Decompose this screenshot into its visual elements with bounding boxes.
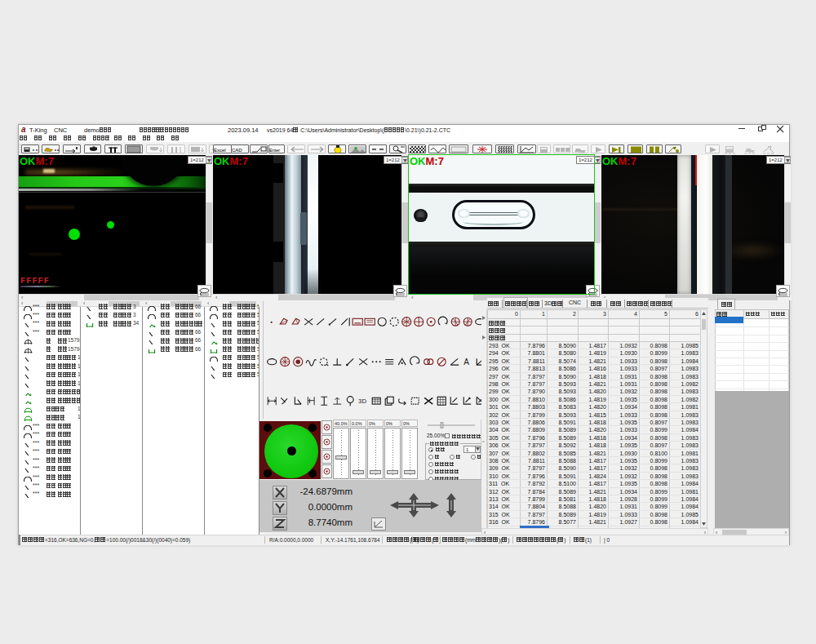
svg-text:A: A <box>463 358 469 366</box>
svg-text:3D: 3D <box>358 398 366 405</box>
